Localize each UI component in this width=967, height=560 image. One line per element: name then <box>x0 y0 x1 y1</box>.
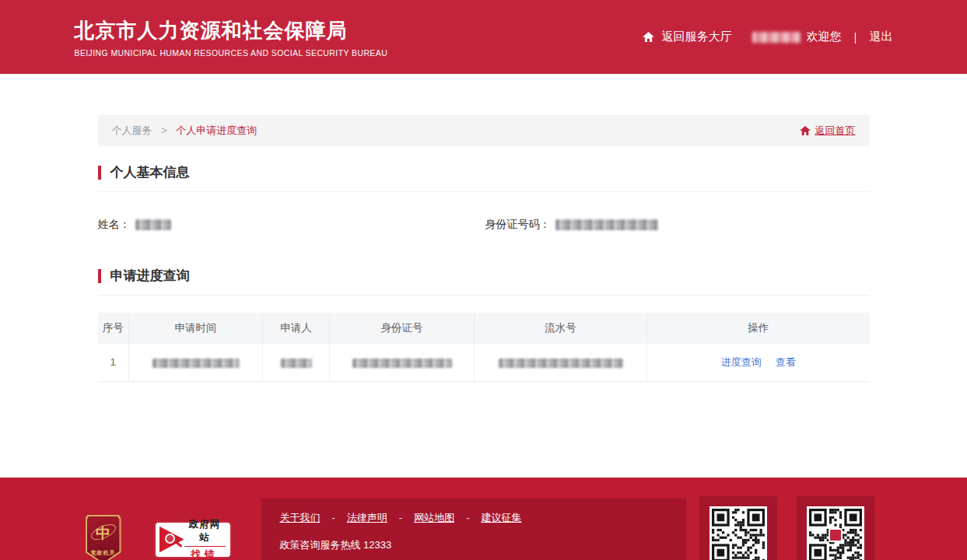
cell-applicant <box>263 344 330 381</box>
header-divider: | <box>854 30 857 44</box>
wechat-qr-card: 微信公众号 <box>797 496 874 560</box>
profile-section-title: 个人基本信息 <box>110 163 190 181</box>
footer-link-separator: - <box>466 512 469 523</box>
site-header: 北京市人力资源和社会保障局 BEIJING MUNICIPAL HUMAN RE… <box>0 0 967 74</box>
wechat-qr-center-logo <box>829 528 843 542</box>
header-nav: 返回服务大厅 欢迎您 | 退出 <box>643 30 893 44</box>
cell-actions: 进度查询 查看 <box>647 344 870 381</box>
footer-link-legal[interactable]: 法律声明 <box>347 511 387 525</box>
site-title: 北京市人力资源和社会保障局 <box>75 17 388 44</box>
progress-query-link[interactable]: 进度查询 <box>721 356 762 368</box>
redacted-applicant <box>281 359 312 368</box>
redacted-id-number-value <box>555 219 658 230</box>
magnifier-flag-icon <box>159 527 184 553</box>
redacted-serial-number <box>499 359 623 368</box>
footer-link-suggestions[interactable]: 建议征集 <box>482 511 522 525</box>
footer-link-separator: - <box>332 512 335 523</box>
gov-site-error-report-badge[interactable]: 政府网站 找错 <box>154 521 232 558</box>
cell-apply-time <box>129 344 263 381</box>
cell-index: 1 <box>98 344 129 381</box>
profile-info-row: 姓名： 身份证号码： <box>98 217 870 233</box>
home-icon[interactable] <box>643 32 654 42</box>
cell-id-number <box>330 344 475 381</box>
redacted-apply-time <box>152 359 240 368</box>
section-divider <box>98 295 870 296</box>
col-header-actions: 操作 <box>647 313 870 344</box>
breadcrumb-bar: 个人服务 > 个人申请进度查询 返回首页 <box>98 115 870 146</box>
footer-link-sitemap[interactable]: 网站地图 <box>414 511 454 525</box>
logout-link[interactable]: 退出 <box>870 30 893 44</box>
col-header-applicant: 申请人 <box>263 313 330 344</box>
view-link[interactable]: 查看 <box>776 356 796 368</box>
footer-link-separator: - <box>399 512 402 523</box>
redacted-id-number <box>352 359 452 368</box>
table-header-row: 序号 申请时间 申请人 身份证号 流水号 操作 <box>98 313 870 344</box>
party-gov-shield-badge: 中 党政机关 <box>86 515 121 560</box>
col-header-id-number: 身份证号 <box>330 313 475 344</box>
footer-logos: 中 党政机关 政府网站 找错 <box>78 515 232 560</box>
id-number-label: 身份证号码： <box>485 218 551 232</box>
section-title-progress: 申请进度查询 <box>98 267 870 285</box>
weibo-qr-card: 官方微博 <box>699 496 777 560</box>
site-subtitle: BEIJING MUNICIPAL HUMAN RESOURCES AND SO… <box>75 48 388 58</box>
home-icon <box>800 126 811 135</box>
section-marker <box>98 166 101 180</box>
main-content: 个人服务 > 个人申请进度查询 返回首页 个人基本信息 姓名： 身份证号码： <box>0 115 967 478</box>
site-badge-line1: 政府网站 <box>184 518 226 547</box>
footer-info-panel: 关于我们 - 法律声明 - 网站地图 - 建议征集 政策咨询服务热线 12333… <box>261 499 686 560</box>
breadcrumb-parent[interactable]: 个人服务 <box>112 124 152 136</box>
welcome-text: 欢迎您 <box>807 30 842 44</box>
site-footer: 中 党政机关 政府网站 找错 关于我们 - 法律声明 - 网站地图 <box>0 478 967 560</box>
table-row: 1 进度查询 查看 <box>98 344 870 381</box>
col-header-serial-number: 流水号 <box>475 313 647 344</box>
back-home-label: 返回首页 <box>815 124 856 138</box>
footer-link-about[interactable]: 关于我们 <box>280 511 321 525</box>
shield-emblem-icon: 中 <box>96 523 110 544</box>
footer-links: 关于我们 - 法律声明 - 网站地图 - 建议征集 <box>280 511 686 525</box>
name-label: 姓名： <box>98 218 131 232</box>
back-to-hall-link[interactable]: 返回服务大厅 <box>662 30 732 44</box>
footer-hotline: 政策咨询服务热线 12333 <box>280 538 686 552</box>
id-number-field: 身份证号码： <box>485 218 658 232</box>
breadcrumb-separator: > <box>161 124 167 136</box>
shield-badge-label: 党政机关 <box>91 549 116 557</box>
site-brand: 北京市人力资源和社会保障局 BEIJING MUNICIPAL HUMAN RE… <box>75 17 388 58</box>
back-home-link[interactable]: 返回首页 <box>800 124 856 138</box>
breadcrumb: 个人服务 > 个人申请进度查询 <box>112 124 258 138</box>
site-badge-line2: 找错 <box>184 548 226 560</box>
redacted-username <box>752 32 801 43</box>
wechat-qr-code <box>807 506 864 560</box>
weibo-qr-code <box>709 506 767 560</box>
col-header-apply-time: 申请时间 <box>129 313 263 344</box>
redacted-name-value <box>135 219 171 230</box>
section-title-profile: 个人基本信息 <box>98 163 870 181</box>
cell-serial-number <box>475 344 647 381</box>
section-divider <box>98 191 870 192</box>
progress-table: 序号 申请时间 申请人 身份证号 流水号 操作 1 进度查询 <box>98 313 870 382</box>
breadcrumb-current: 个人申请进度查询 <box>176 124 257 136</box>
progress-section-title: 申请进度查询 <box>110 267 190 285</box>
section-marker <box>98 269 101 283</box>
col-header-index: 序号 <box>98 313 129 344</box>
name-field: 姓名： <box>98 218 171 232</box>
